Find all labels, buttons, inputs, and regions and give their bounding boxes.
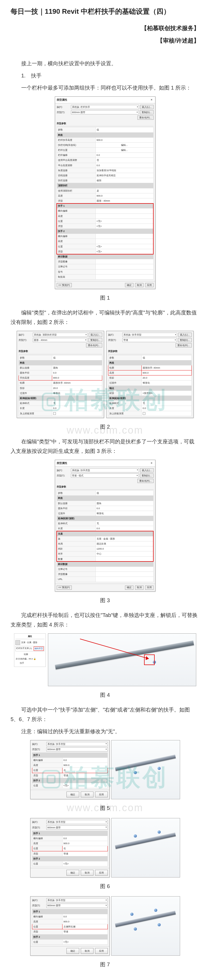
family-select[interactable]: 系统族: 扶手类型▾	[122, 332, 177, 337]
apply-button[interactable]: 应用	[95, 870, 108, 876]
type-label: 类型(T):	[57, 474, 70, 478]
close-icon[interactable]: ×	[150, 461, 153, 466]
type-properties-dialog-right: 族(F):系统族: 扶手类型▾ 类型(T):900mm 圆管▾ 扶手 1 横向偏…	[30, 818, 110, 878]
support-right	[154, 908, 157, 912]
type-label: 类型(T):	[57, 110, 70, 115]
3d-viewport[interactable]	[48, 633, 196, 686]
ok-button[interactable]: 确定	[125, 283, 133, 287]
ok-button[interactable]: 确定	[125, 585, 133, 590]
cancel-button[interactable]: 取消	[135, 283, 144, 287]
type-select[interactable]: 管道 - 墙式▾	[71, 474, 139, 478]
type-params-header: 类型参数	[108, 349, 192, 354]
duplicate-button[interactable]: 复制(D)...	[140, 110, 154, 115]
3d-viewport[interactable]	[111, 740, 180, 800]
duplicate-button[interactable]: 复制(D)...	[178, 338, 192, 342]
type-select[interactable]: 900mm 圆管▾	[71, 110, 139, 115]
duplicate-button[interactable]: 复制(D)...	[140, 474, 154, 478]
handrail-3d	[115, 755, 176, 771]
type-params-table: 参数值 构造 轮廓圆形扶手: 40mm 高度900.0 投影20.0 过渡件锥形…	[108, 355, 192, 416]
ok-button[interactable]: 确定	[66, 792, 79, 797]
lock-icon[interactable]: 🔒	[34, 658, 36, 660]
type-select[interactable]: 管道▾	[122, 338, 177, 342]
edit-type-button[interactable]: 编辑类型	[34, 647, 44, 651]
family-select[interactable]: 系统族: 顶部扶栏类型▾	[33, 332, 88, 337]
family-select[interactable]: 系统族: 栏杆扶手▾	[71, 105, 139, 109]
family-label: 族(F):	[57, 468, 70, 473]
type-params-table: 参数值 构造 默认连接圆角 圆角半径0.0 过渡件锥形化 延伸(结束/顶部) 延…	[57, 490, 154, 582]
checkbox[interactable]	[53, 412, 56, 415]
ok-button[interactable]: 确定	[66, 870, 79, 876]
support-left	[134, 771, 137, 774]
rename-button[interactable]: 重命名(R)...	[138, 479, 154, 483]
type-params-header: 类型参数	[57, 485, 154, 490]
intro-p1: 接上一期，横向扶栏设置中的扶手设置。	[11, 59, 199, 68]
type-params-table: 参数值 构造 默认连接圆角 圆角半径0.0 手扶高度900.0 轮廓圆形扶手: …	[19, 355, 102, 416]
handrail-type-dialog: 族(F): 系统族: 扶手类型▾ 载入(L)... 类型(T): 管道▾ 复制(…	[106, 331, 194, 418]
chevron-down-icon: ▾	[137, 110, 138, 114]
support-left	[157, 923, 161, 926]
load-button[interactable]: 载入(L)...	[140, 105, 154, 109]
type-params-table: 参数值 构造 栏杆扶手高度900.0 扶栏结构(非连续)编辑... 栏杆位置编辑…	[57, 127, 154, 280]
rename-button[interactable]: 重命名(R)...	[176, 343, 192, 347]
palette-title: 属性	[15, 635, 45, 639]
chevron-down-icon: ▾	[137, 105, 138, 109]
apply-button[interactable]: 应用	[145, 585, 154, 590]
rename-button[interactable]: 重命名(R)...	[138, 116, 154, 120]
family-label: 族(F):	[57, 105, 70, 109]
figure-caption-3: 图 3	[11, 595, 199, 605]
support-right	[134, 834, 137, 838]
apply-button[interactable]: 应用	[95, 792, 108, 797]
cancel-button[interactable]: 取消	[81, 792, 93, 797]
load-button[interactable]: 载入(L)...	[89, 332, 102, 337]
load-button[interactable]: 载入(L)...	[178, 332, 192, 337]
svg-line-0	[80, 639, 149, 659]
family-select[interactable]: 系统族: 扶手类型▾	[71, 468, 139, 473]
service-line: 【柏慕联创技术服务】	[11, 23, 199, 33]
handrail-3d	[115, 911, 176, 927]
type-properties-dialog-left: 族(F):系统族: 扶手类型▾ 类型(T):900mm 圆管▾ 扶手 1 横向偏…	[30, 740, 110, 800]
support-left	[157, 767, 161, 770]
3d-viewport[interactable]	[111, 896, 180, 956]
type-params-header: 类型参数	[57, 121, 154, 126]
cancel-button[interactable]: 取消	[81, 948, 93, 954]
duplicate-button[interactable]: 复制(D)...	[88, 338, 102, 342]
family-label: 族(F):	[108, 332, 121, 337]
author-line: 【审核/许述超】	[11, 35, 199, 46]
support-right	[157, 830, 161, 834]
figure-caption-6: 图 6	[11, 881, 199, 891]
3d-viewport[interactable]	[111, 818, 180, 878]
para-2: 编辑"类型"，在弹出的对话框中，可编辑扶手的"高度"与"轮廓"，此高度数值没有限…	[11, 308, 199, 327]
intro-p2: 一个栏杆中最多可添加两组扶手：同样也可以不使用扶手。如图 1 所示：	[11, 83, 199, 92]
support-right	[130, 913, 133, 916]
type-select[interactable]: 圆形 - 40mm▾	[33, 338, 87, 342]
cancel-button[interactable]: 取消	[135, 585, 144, 590]
figure-caption-1: 图 1	[11, 293, 199, 302]
type-label: 类型(T):	[108, 338, 121, 342]
preview-button[interactable]: << 预览(P)	[57, 585, 72, 590]
type-params-header: 类型参数	[19, 349, 102, 354]
handrail-type-dialog-seat: 类型属性 × 族(F): 系统族: 扶手类型▾ 载入(L)... 类型(T): …	[55, 460, 155, 592]
para-4: 完成栏杆扶手绘制后，也可以按住"Tab"键，单独选中支座，解锁后，可替换支座类型…	[11, 610, 199, 629]
page-title: 每日一技｜1190 Revit 中栏杆扶手的基础设置（四）	[11, 5, 199, 18]
close-icon[interactable]: ×	[150, 97, 153, 102]
rename-button[interactable]: 重命名(R)...	[86, 343, 102, 347]
apply-button[interactable]: 应用	[95, 948, 108, 954]
properties-palette: 属性 支座 · 金属 - 圆形 栏杆扶手支座 (1) 编辑类型 轮廓 距主体的偏…	[14, 633, 46, 667]
apply-button[interactable]: 应用	[145, 283, 154, 287]
dialog-title: 类型属性	[57, 461, 67, 466]
support-left	[134, 928, 137, 931]
figure-caption-5: 图 5	[11, 803, 199, 813]
cancel-button[interactable]: 取消	[81, 870, 93, 876]
type-properties-dialog-both: 族(F):系统族: 扶手类型▾ 类型(T):900mm 圆管▾ 扶手 1 横向偏…	[30, 896, 110, 956]
arrow-overlay	[48, 633, 196, 686]
ok-button[interactable]: 确定	[66, 948, 79, 954]
figure-caption-7: 图 7	[11, 960, 199, 969]
preview-button[interactable]: << 预览(P)	[57, 283, 72, 287]
selection-count: 栏杆扶手支座 (1)	[16, 647, 32, 651]
dialog-title: 类型属性	[57, 97, 67, 102]
type-properties-dialog: 类型属性 × 族(F): 系统族: 栏杆扶手▾ 载入(L)... 类型(T): …	[55, 97, 155, 289]
svg-marker-1	[146, 656, 149, 660]
load-button[interactable]: 载入(L)...	[140, 468, 154, 473]
checkbox[interactable]	[143, 412, 145, 415]
top-rail-type-dialog: 族(F): 系统族: 顶部扶栏类型▾ 载入(L)... 类型(T): 圆形 - …	[17, 331, 104, 418]
